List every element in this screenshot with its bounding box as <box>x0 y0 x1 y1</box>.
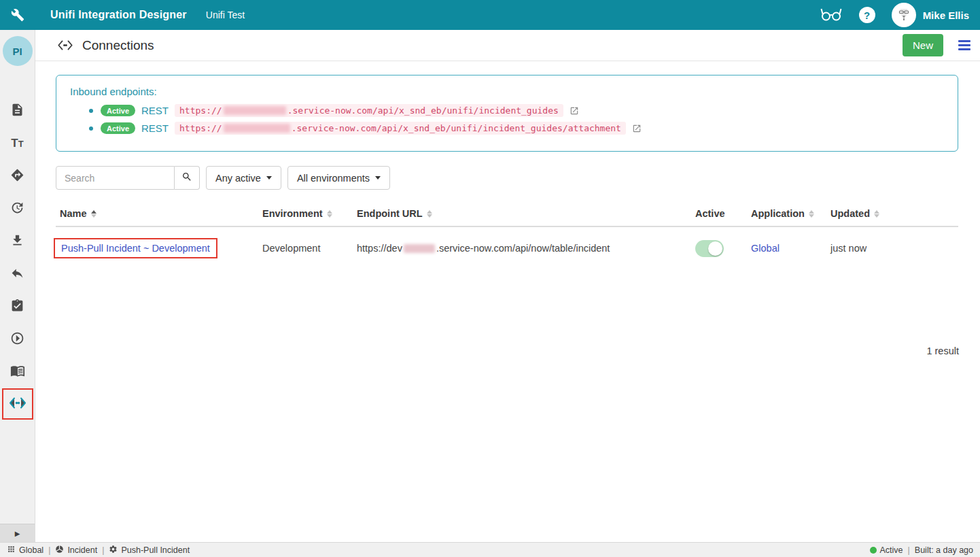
external-link-icon[interactable] <box>570 106 579 116</box>
undo-arrow-icon <box>10 266 24 283</box>
environment-filter-dropdown[interactable]: All environments <box>287 166 390 190</box>
gear-icon <box>109 545 118 556</box>
search-button[interactable] <box>175 166 200 190</box>
sort-icon <box>874 210 879 218</box>
column-header-active: Active <box>695 202 751 226</box>
separator: | <box>102 545 104 555</box>
bullet-icon <box>89 126 93 131</box>
result-count: 1 result <box>35 345 980 356</box>
help-icon[interactable]: ? <box>859 7 875 23</box>
sidebar-item-docs[interactable] <box>2 356 33 388</box>
cell-active <box>695 227 751 269</box>
book-icon <box>10 363 25 381</box>
separator: | <box>908 545 910 555</box>
search-icon <box>181 171 192 184</box>
instance-name[interactable]: Unifi Test <box>206 10 245 20</box>
download-icon <box>10 233 24 250</box>
column-header-environment[interactable]: Environment <box>262 202 357 226</box>
guides-icon <box>10 168 24 185</box>
highlight-box: Push-Pull Incident ~ Development <box>54 238 217 258</box>
apps-grid-icon <box>7 545 16 556</box>
sidebar-item-import[interactable] <box>2 225 33 258</box>
table-row: Push-Pull Incident ~ Development Develop… <box>56 227 958 269</box>
built-timestamp: Built: a day ago <box>915 545 973 555</box>
column-header-endpoint-url[interactable]: Endpoint URL <box>357 202 695 226</box>
sidebar-item-guides[interactable] <box>2 160 33 192</box>
column-header-application[interactable]: Application <box>751 202 830 226</box>
redacted-segment <box>224 124 290 133</box>
workspace-avatar[interactable]: PI <box>3 36 33 66</box>
connections-icon <box>57 40 73 50</box>
sidebar-item-revert[interactable] <box>2 258 33 290</box>
endpoint-item: Active REST https://.service-now.com/api… <box>89 104 944 117</box>
play-circle-icon <box>10 331 24 348</box>
sort-icon <box>809 210 814 218</box>
sort-icon <box>91 210 97 218</box>
hamburger-menu-icon[interactable] <box>958 40 970 50</box>
user-menu[interactable]: Mike Ellis <box>892 3 969 27</box>
app-title: Unifi Integration Designer <box>50 9 187 21</box>
filter-bar: Any active All environments <box>56 166 960 190</box>
top-bar: Unifi Integration Designer Unifi Test ? <box>0 0 980 30</box>
process-item[interactable]: Push-Pull Incident <box>109 545 190 556</box>
endpoint-url: https://.service-now.com/api/x_snd_eb/un… <box>175 104 563 117</box>
search-input[interactable] <box>56 166 175 190</box>
status-badge: Active <box>101 105 135 116</box>
document-icon <box>10 103 24 120</box>
connections-table: Name Environment Endpoint URL Active App… <box>56 202 958 269</box>
cell-endpoint-url: https://dev.service-now.com/api/now/tabl… <box>357 227 695 269</box>
status-badge: Active <box>101 122 135 134</box>
sidebar-item-document[interactable] <box>2 95 33 127</box>
integration-icon <box>55 545 64 556</box>
external-link-icon[interactable] <box>632 124 642 133</box>
status-bar: Global | Incident | Push-Pull Incident A… <box>0 542 980 557</box>
redacted-segment <box>224 106 286 115</box>
application-link[interactable]: Global <box>751 243 780 254</box>
main-content: Connections New Inbound endpoints: Activ… <box>35 30 980 542</box>
integration-item[interactable]: Incident <box>55 545 97 556</box>
sidebar: PI TT <box>0 30 35 542</box>
sort-icon <box>327 210 332 218</box>
text-format-icon: TT <box>11 137 23 150</box>
toggle-switch[interactable] <box>695 240 724 257</box>
sidebar-item-history[interactable] <box>2 192 33 225</box>
page-title: Connections <box>82 38 154 53</box>
glasses-icon[interactable] <box>820 5 843 25</box>
sidebar-collapse-button[interactable]: ▶ <box>0 524 35 542</box>
table-header: Name Environment Endpoint URL Active App… <box>56 202 958 227</box>
active-filter-dropdown[interactable]: Any active <box>206 166 281 190</box>
history-icon <box>10 201 24 218</box>
sidebar-item-tasks[interactable] <box>2 290 33 323</box>
protocol-label: REST <box>141 122 169 134</box>
new-button[interactable]: New <box>903 34 943 56</box>
sort-icon <box>427 210 432 218</box>
inbound-endpoints-panel: Inbound endpoints: Active REST https://.… <box>56 75 958 152</box>
connection-link[interactable]: Push-Pull Incident ~ Development <box>61 243 210 254</box>
endpoint-url: https://.service-now.com/api/x_snd_eb/un… <box>175 122 626 135</box>
panel-title: Inbound endpoints: <box>70 86 944 97</box>
connections-icon <box>9 397 27 411</box>
clipboard-check-icon <box>10 299 24 316</box>
user-name: Mike Ellis <box>923 10 969 21</box>
collapse-arrow-icon: ▶ <box>15 530 20 537</box>
sidebar-item-text-format[interactable]: TT <box>2 127 33 160</box>
column-header-updated[interactable]: Updated <box>830 202 958 226</box>
sidebar-item-connections[interactable] <box>2 388 33 420</box>
protocol-label: REST <box>141 105 169 116</box>
cell-updated: just now <box>830 227 958 269</box>
separator: | <box>48 545 50 555</box>
caret-down-icon <box>266 176 272 180</box>
endpoint-item: Active REST https://.service-now.com/api… <box>89 122 944 135</box>
cell-name: Push-Pull Incident ~ Development <box>60 227 262 269</box>
redacted-segment <box>404 244 435 253</box>
scope-item[interactable]: Global <box>7 545 43 556</box>
column-header-name[interactable]: Name <box>60 202 262 226</box>
cell-environment: Development <box>262 227 357 269</box>
user-avatar <box>892 3 916 27</box>
wrench-icon <box>0 8 35 22</box>
build-status: Active <box>870 545 903 555</box>
status-dot-icon <box>870 547 877 554</box>
sidebar-item-run[interactable] <box>2 323 33 356</box>
bullet-icon <box>89 109 93 113</box>
caret-down-icon <box>375 176 381 180</box>
